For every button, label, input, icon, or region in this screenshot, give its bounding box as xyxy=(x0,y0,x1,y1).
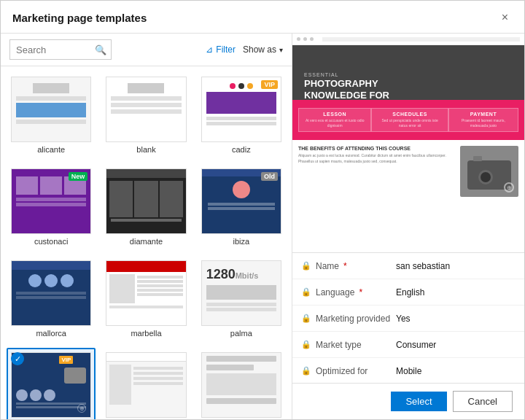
dialog-body: 🔍 ⊿ Filter Show as ▾ xyxy=(1,34,524,419)
detail-label-markettype: 🔒 Market type xyxy=(301,340,396,350)
template-label-custonaci: custonaci xyxy=(34,237,68,246)
template-label-diamante: diamante xyxy=(130,237,163,246)
template-item-diamante[interactable]: diamante xyxy=(101,164,190,250)
template-item-alicante[interactable]: alicante xyxy=(7,72,96,158)
show-as-button[interactable]: Show as ▾ xyxy=(243,44,283,55)
template-item-sansebastian[interactable]: ✓ VIP ⊕ san sebastian xyxy=(7,348,96,419)
selection-checkmark: ✓ xyxy=(11,352,24,365)
preview-camera-image: ⊕ xyxy=(460,146,518,197)
template-thumbnail-ibiza: Old xyxy=(201,168,281,234)
template-thumbnail-struct1 xyxy=(201,352,281,418)
detail-row-marketing: 🔒 Marketing provided Yes xyxy=(292,306,524,332)
template-thumbnail-mallorca xyxy=(11,260,91,326)
template-label-ibiza: ibiza xyxy=(233,237,250,246)
detail-row-markettype: 🔒 Market type Consumer xyxy=(292,332,524,358)
preview-hero-card-lesson: LESSON At vero eos et accusam et iusto o… xyxy=(298,108,371,132)
close-button[interactable]: × xyxy=(497,9,513,26)
detail-row-language: 🔒 Language * English xyxy=(292,279,524,306)
filter-button[interactable]: ⊿ Filter xyxy=(206,44,236,55)
template-item-ibiza[interactable]: Old ibiza xyxy=(197,164,286,250)
template-item-custonaci[interactable]: New custonaci xyxy=(7,164,96,250)
right-panel: ESSENTIAL PHOTOGRAPHYKNOWLEDGE FORDESIGN… xyxy=(292,34,524,419)
detail-row-name: 🔒 Name * san sebastian xyxy=(292,253,524,279)
chevron-down-icon: ▾ xyxy=(279,46,283,54)
template-item-blank[interactable]: blank xyxy=(101,72,190,158)
badge-vip-cadiz: VIP xyxy=(261,80,278,89)
preview-bottom: THE BENEFITS OF ATTENDING THIS COURSE Al… xyxy=(292,140,524,203)
template-item-palma[interactable]: 1280Mbit/s palma xyxy=(197,256,286,342)
template-thumbnail-custonaci: New xyxy=(11,168,91,234)
camera-thumbnail xyxy=(64,368,86,384)
template-thumbnail-blank xyxy=(106,77,186,142)
left-panel: 🔍 ⊿ Filter Show as ▾ xyxy=(1,34,292,419)
select-button[interactable]: Select xyxy=(391,392,446,411)
zoom-icon: ⊕ xyxy=(77,404,86,413)
dialog-footer: Select Cancel xyxy=(292,383,524,419)
template-label-cadiz: cadiz xyxy=(232,145,251,154)
dialog-header: Marketing page templates × xyxy=(1,1,524,34)
detail-value-optimized: Mobile xyxy=(396,366,516,376)
detail-row-optimized: 🔒 Optimized for Mobile xyxy=(292,358,524,383)
lock-icon-markettype: 🔒 xyxy=(301,340,311,349)
lock-icon-name: 🔒 xyxy=(301,261,311,271)
template-item-marbella[interactable]: marbella xyxy=(101,256,190,342)
preview-hero-card-schedules: SCHEDULES Sed ut perspiciatis unde omnis… xyxy=(371,108,448,132)
template-item-struct1[interactable]: struct-1 xyxy=(197,348,286,419)
detail-value-name: san sebastian xyxy=(396,261,516,271)
detail-value-markettype: Consumer xyxy=(396,340,516,350)
template-label-mallorca: mallorca xyxy=(36,329,66,338)
detail-label-marketing: 🔒 Marketing provided xyxy=(301,314,396,324)
template-item-sitges[interactable]: sitges xyxy=(101,348,190,419)
search-input[interactable] xyxy=(10,40,90,59)
detail-label-language: 🔒 Language * xyxy=(301,287,396,298)
search-icon: 🔍 xyxy=(90,44,111,55)
details-panel: 🔒 Name * san sebastian 🔒 Language * Engl… xyxy=(292,252,524,383)
template-item-cadiz[interactable]: VIP cadiz xyxy=(197,72,286,158)
filter-icon: ⊿ xyxy=(206,44,213,55)
badge-old-ibiza: Old xyxy=(261,172,278,181)
template-thumbnail-palma: 1280Mbit/s xyxy=(201,260,281,326)
template-label-blank: blank xyxy=(136,145,155,154)
template-thumbnail-marbella xyxy=(106,260,186,326)
preview-nav-bar xyxy=(292,34,524,45)
preview-zoom-icon: ⊕ xyxy=(504,182,514,192)
template-item-mallorca[interactable]: mallorca xyxy=(7,256,96,342)
preview-area: ESSENTIAL PHOTOGRAPHYKNOWLEDGE FORDESIGN… xyxy=(292,34,524,252)
template-label-marbella: marbella xyxy=(131,329,161,338)
cancel-button[interactable]: Cancel xyxy=(453,391,513,412)
lock-icon-marketing: 🔒 xyxy=(301,314,311,323)
template-thumbnail-sitges xyxy=(106,352,186,418)
template-thumbnail-alicante xyxy=(11,77,91,142)
dialog-title: Marketing page templates xyxy=(12,12,147,24)
marketing-templates-dialog: Marketing page templates × 🔍 ⊿ Filter Sh… xyxy=(0,0,525,420)
template-thumbnail-diamante xyxy=(106,168,186,234)
template-thumbnail-cadiz: VIP xyxy=(201,77,281,142)
lock-icon-language: 🔒 xyxy=(301,287,311,297)
detail-label-optimized: 🔒 Optimized for xyxy=(301,366,396,376)
preview-hero-cards: LESSON At vero eos et accusam et iusto o… xyxy=(292,100,524,140)
template-label-alicante: alicante xyxy=(37,145,65,154)
lock-icon-optimized: 🔒 xyxy=(301,366,311,376)
preview-hero-card-payment: PAYMENT Praesent id laoreet mauris, male… xyxy=(448,108,518,132)
preview-content: ESSENTIAL PHOTOGRAPHYKNOWLEDGE FORDESIGN… xyxy=(292,34,524,252)
vip-tag-sansebastian: VIP xyxy=(59,356,73,364)
detail-value-language: English xyxy=(396,287,516,298)
detail-value-marketing: Yes xyxy=(396,314,516,324)
badge-new-custonaci: New xyxy=(69,172,88,181)
templates-grid: alicante blank VIP xyxy=(1,66,292,419)
detail-label-name: 🔒 Name * xyxy=(301,261,396,271)
template-label-palma: palma xyxy=(230,329,252,338)
preview-hero: ESSENTIAL PHOTOGRAPHYKNOWLEDGE FORDESIGN… xyxy=(292,45,524,140)
preview-bottom-text: THE BENEFITS OF ATTENDING THIS COURSE Al… xyxy=(298,146,454,197)
